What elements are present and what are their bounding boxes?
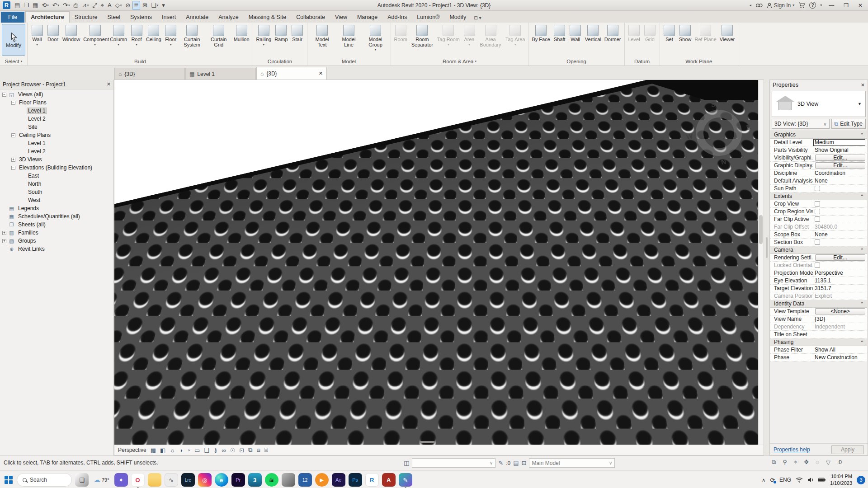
view-tab[interactable]: ⌂ {3D} bbox=[114, 68, 185, 80]
sun-path-icon[interactable]: ☼ bbox=[170, 447, 175, 454]
premiere-icon[interactable]: Pr bbox=[231, 473, 245, 487]
search-icon[interactable] bbox=[755, 3, 763, 8]
property-row[interactable]: Locked Orientat... bbox=[770, 262, 867, 269]
close-hidden-windows-icon[interactable]: ⊠ bbox=[141, 1, 149, 10]
instance-selector[interactable]: 3D View: {3D} ∨ bbox=[772, 119, 830, 129]
ribbon-tab[interactable]: Collaborate bbox=[291, 12, 330, 23]
tree-item[interactable]: − ◱ Views (all) bbox=[0, 90, 113, 99]
ribbon-button[interactable]: Railing ▾ bbox=[255, 24, 273, 56]
perforated-floor-3d-model[interactable] bbox=[114, 80, 764, 445]
tree-item[interactable]: North bbox=[0, 180, 113, 188]
tree-item[interactable]: + ▥ Families bbox=[0, 229, 113, 237]
close-icon[interactable]: ✕ bbox=[861, 82, 865, 88]
tree-item[interactable]: Level 1 bbox=[0, 139, 113, 147]
properties-help-link[interactable]: Properties help bbox=[774, 446, 810, 453]
ribbon-tab[interactable]: Massing & Site bbox=[244, 12, 291, 23]
modify-button[interactable]: Modify bbox=[2, 24, 25, 56]
project-browser-header[interactable]: Project Browser - Project1 ✕ bbox=[0, 80, 113, 89]
language-indicator[interactable]: ENG bbox=[779, 477, 791, 483]
tree-item[interactable]: West bbox=[0, 196, 113, 204]
selection-filter-icon[interactable]: ▽ bbox=[826, 459, 830, 466]
ribbon-button[interactable]: Dormer bbox=[603, 24, 623, 56]
store-cart-icon[interactable] bbox=[798, 2, 805, 8]
tree-item[interactable]: − Floor Plans bbox=[0, 99, 113, 107]
ribbon-button[interactable]: Tag Area ▾ bbox=[504, 24, 526, 56]
notification-badge[interactable]: 3 bbox=[857, 476, 865, 484]
chevron-down-icon[interactable]: ▼ bbox=[858, 102, 862, 106]
ribbon-button[interactable]: Model Line bbox=[336, 24, 362, 56]
rendering-dialog-icon[interactable]: ◔ bbox=[187, 447, 190, 454]
property-row[interactable]: Graphic Display... Edit... bbox=[770, 162, 867, 169]
help-dropdown-icon[interactable]: ▾ bbox=[820, 3, 822, 7]
tree-item[interactable]: ▤ Legends bbox=[0, 204, 113, 212]
property-row[interactable]: Section Box bbox=[770, 239, 867, 246]
tree-item[interactable]: South bbox=[0, 188, 113, 196]
ribbon-button[interactable]: Area ▾ bbox=[462, 24, 477, 56]
spotify-icon[interactable]: ≋ bbox=[265, 473, 278, 487]
app-12-icon[interactable]: 12 bbox=[298, 473, 312, 487]
taskbar-search[interactable]: Search bbox=[17, 473, 72, 487]
ribbon-button[interactable]: Mullion bbox=[232, 24, 251, 56]
ribbon-button[interactable]: Component ▾ bbox=[82, 24, 108, 56]
ribbon-button[interactable]: Column ▾ bbox=[108, 24, 128, 56]
property-row[interactable]: Rendering Setti... Edit... bbox=[770, 254, 867, 262]
ribbon-button[interactable]: Ramp bbox=[273, 24, 289, 56]
worksharing-display-icon[interactable]: ⧉ bbox=[248, 446, 252, 454]
task-view-icon[interactable]: ❏ bbox=[75, 473, 89, 487]
view-tab[interactable]: ⌂ {3D} ✕ bbox=[256, 67, 327, 80]
property-row[interactable]: Sun Path bbox=[770, 185, 867, 192]
select-underlay-icon[interactable]: ⚲ bbox=[783, 459, 787, 466]
property-row[interactable]: Default Analysis... None bbox=[770, 177, 867, 185]
tree-item[interactable]: − Ceiling Plans bbox=[0, 131, 113, 139]
workset-dropdown[interactable]: ∨ bbox=[412, 458, 495, 468]
tree-expander-icon[interactable]: + bbox=[11, 158, 15, 162]
ribbon-tab[interactable]: Annotate bbox=[181, 12, 213, 23]
view-tab[interactable]: ▦ Level 1 bbox=[185, 68, 256, 80]
tree-item[interactable]: ▦ Schedules/Quantities (all) bbox=[0, 212, 113, 221]
sync-status-icon[interactable]: ⟳ bbox=[770, 477, 775, 483]
reveal-hidden-elements-icon[interactable]: ☉ bbox=[230, 447, 236, 454]
property-row[interactable]: Camera bbox=[770, 246, 867, 254]
ribbon-tab[interactable]: Structure bbox=[70, 12, 103, 23]
property-row[interactable]: Scope Box None bbox=[770, 231, 867, 239]
ribbon-tab[interactable]: Modify bbox=[444, 12, 471, 23]
edit-type-button[interactable]: ⧉ Edit Type bbox=[831, 119, 866, 129]
file-properties-icon[interactable]: ▤ bbox=[13, 1, 21, 10]
select-panel-label[interactable]: Select▾ bbox=[1, 57, 26, 66]
ribbon-button[interactable]: By Face bbox=[530, 24, 551, 56]
tree-item[interactable]: Level 2 bbox=[0, 147, 113, 155]
sign-in-button[interactable]: Sign In ▾ bbox=[767, 2, 794, 9]
property-row[interactable]: Projection Mode Perspective bbox=[770, 269, 867, 277]
ribbon-button[interactable]: Set bbox=[662, 24, 677, 56]
revit-icon[interactable]: R bbox=[365, 473, 379, 487]
help-icon[interactable]: ? bbox=[809, 2, 816, 9]
reveal-constraints-icon[interactable]: ⌸ bbox=[264, 446, 268, 454]
ribbon-tab[interactable]: Systems bbox=[125, 12, 157, 23]
default-3d-view-icon[interactable]: ◇▾ bbox=[114, 1, 123, 10]
tree-item[interactable]: ❐ Sheets (all) bbox=[0, 221, 113, 229]
sign-in-dropdown-icon[interactable]: ▾ bbox=[793, 3, 794, 7]
instagram-icon[interactable]: ◎ bbox=[198, 473, 212, 487]
ribbon-button[interactable]: Show bbox=[678, 24, 693, 56]
ribbon-tab[interactable]: Architecture bbox=[25, 11, 70, 23]
property-row[interactable]: Phase New Construction bbox=[770, 354, 867, 361]
tree-expander-icon[interactable]: − bbox=[11, 133, 15, 137]
property-row[interactable]: Visibility/Graphi... Edit... bbox=[770, 154, 867, 162]
wifi-icon[interactable] bbox=[796, 477, 803, 483]
restore-button[interactable]: ❐ bbox=[841, 2, 851, 9]
ribbon-button[interactable]: Shaft bbox=[552, 24, 567, 56]
ribbon-button[interactable]: Wall ▾ bbox=[29, 24, 45, 56]
aligned-dimension-icon[interactable]: ⤢ bbox=[91, 1, 98, 10]
crop-view-icon[interactable]: ▭ bbox=[194, 447, 200, 454]
room-area-panel-label[interactable]: Room & Area▾ bbox=[392, 57, 528, 66]
ribbon-tab[interactable]: Insert bbox=[157, 12, 181, 23]
media-app-icon[interactable]: ∿ bbox=[165, 473, 178, 487]
ribbon-button[interactable]: Room bbox=[393, 24, 409, 56]
file-explorer-icon[interactable] bbox=[148, 473, 161, 487]
panel-splitter[interactable] bbox=[764, 66, 769, 455]
ribbon-button[interactable]: Room Separator bbox=[409, 24, 435, 56]
property-row[interactable]: Camera Position Explicit bbox=[770, 292, 867, 300]
tree-item[interactable]: Level 2 bbox=[0, 115, 113, 123]
temporary-view-properties-icon[interactable]: ⊡ bbox=[239, 447, 244, 454]
design-option-dropdown[interactable]: Main Model ∨ bbox=[529, 458, 615, 468]
